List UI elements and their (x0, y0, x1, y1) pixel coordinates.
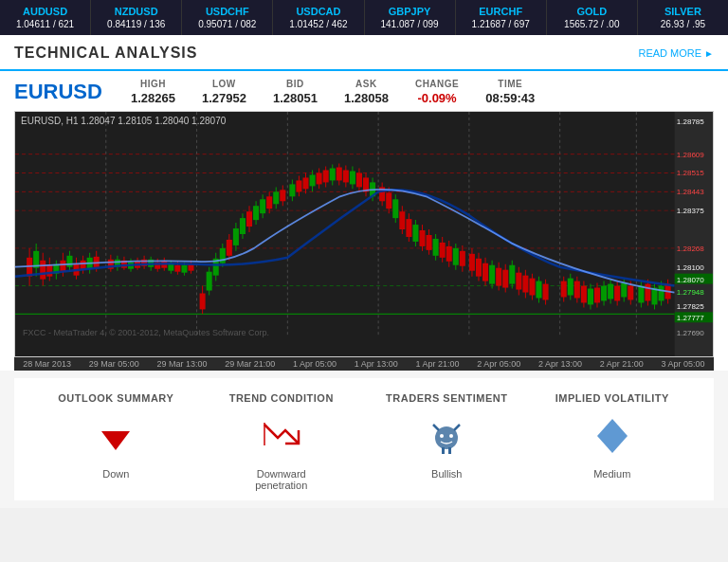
svg-rect-172 (581, 286, 587, 303)
stat-change: CHANGE -0.09% (415, 79, 459, 105)
svg-rect-126 (412, 225, 418, 242)
outlook-icon-trend-down-red (259, 413, 304, 459)
svg-rect-94 (302, 177, 308, 189)
outlook-value: Bullish (431, 468, 462, 480)
svg-rect-20 (40, 261, 46, 280)
svg-rect-58 (174, 265, 180, 272)
svg-text:1.28268: 1.28268 (677, 245, 705, 253)
svg-rect-88 (280, 190, 285, 201)
ticker-bar: AUDUSD1.04611 / 621NZDUSD0.84119 / 136US… (0, 0, 728, 35)
svg-rect-160 (529, 279, 535, 296)
svg-line-215 (433, 425, 439, 430)
svg-rect-184 (621, 283, 627, 298)
ta-title: TECHNICAL ANALYSIS (14, 45, 197, 62)
svg-text:1.28609: 1.28609 (677, 151, 705, 159)
outlook-label: TREND CONDITION (229, 392, 334, 404)
svg-rect-164 (543, 284, 549, 300)
time-axis-label: 2 Apr 21:00 (600, 359, 644, 369)
ticker-item-nzdusd[interactable]: NZDUSD0.84119 / 136 (91, 0, 182, 35)
read-more-arrow-icon: ► (704, 48, 714, 59)
svg-rect-152 (502, 270, 508, 288)
ask-label: ASK (344, 79, 389, 89)
svg-rect-110 (356, 173, 362, 188)
ticker-item-gbpjpy[interactable]: GBPJPY141.087 / 099 (365, 0, 456, 35)
outlook-label: TRADERS SENTIMENT (386, 392, 507, 404)
ticker-item-silver[interactable]: SILVER26.93 / .95 (638, 0, 728, 35)
outlook-value: Medium (593, 468, 630, 480)
svg-rect-156 (516, 273, 521, 290)
stat-low: LOW 1.27952 (202, 79, 246, 105)
svg-rect-162 (536, 281, 541, 299)
svg-rect-106 (343, 171, 349, 183)
svg-rect-148 (489, 265, 495, 284)
svg-rect-22 (46, 265, 52, 277)
ticker-item-audusd[interactable]: AUDUSD1.04611 / 621 (0, 0, 91, 35)
svg-rect-178 (601, 286, 607, 301)
time-axis-label: 29 Mar 05:00 (89, 359, 139, 369)
time-axis-label: 2 Apr 13:00 (538, 359, 582, 369)
stat-bid: BID 1.28051 (273, 79, 318, 105)
svg-rect-138 (453, 248, 459, 265)
chart-container: EURUSD, H1 1.28047 1.28105 1.28040 1.280… (14, 111, 714, 357)
svg-rect-122 (399, 211, 405, 229)
svg-rect-132 (433, 239, 439, 256)
bid-value: 1.28051 (273, 91, 318, 105)
time-axis-label: 29 Mar 13:00 (156, 359, 207, 369)
svg-text:1.28070: 1.28070 (677, 276, 705, 284)
svg-rect-182 (614, 286, 620, 301)
svg-rect-140 (460, 251, 465, 266)
svg-text:1.27825: 1.27825 (677, 302, 705, 311)
read-more-link[interactable]: READ MORE ► (638, 47, 714, 59)
svg-text:1.27948: 1.27948 (677, 289, 705, 298)
svg-text:1.28100: 1.28100 (677, 263, 705, 272)
outlook-value: Down (102, 468, 129, 480)
svg-rect-82 (260, 199, 265, 213)
price-chart: 1.28785 1.28609 1.28515 1.28443 1.28375 … (15, 112, 713, 356)
time-axis-label: 1 Apr 05:00 (293, 359, 337, 369)
svg-rect-120 (392, 199, 398, 218)
svg-rect-64 (200, 294, 206, 310)
high-value: 1.28265 (131, 91, 175, 105)
svg-rect-176 (594, 288, 600, 303)
time-axis-label: 1 Apr 21:00 (415, 359, 459, 369)
ta-header: TECHNICAL ANALYSIS READ MORE ► (0, 35, 728, 71)
read-more-text: READ MORE (638, 47, 701, 59)
time-axis-label: 29 Mar 21:00 (225, 359, 275, 369)
svg-text:1.27777: 1.27777 (677, 314, 705, 322)
svg-rect-186 (628, 286, 633, 300)
svg-text:1.27690: 1.27690 (677, 329, 705, 337)
svg-text:1.28443: 1.28443 (677, 188, 705, 196)
high-label: HIGH (131, 79, 175, 89)
outlook-item: TRADERS SENTIMENT Bullish (385, 392, 508, 491)
stat-ask: ASK 1.28058 (344, 79, 389, 105)
svg-marker-221 (597, 419, 628, 453)
svg-rect-158 (522, 276, 528, 293)
svg-rect-128 (419, 230, 425, 246)
outlook-value: Downwardpenetration (255, 468, 307, 491)
svg-text:1.28515: 1.28515 (677, 170, 705, 178)
svg-rect-166 (561, 281, 567, 298)
bid-label: BID (273, 79, 318, 89)
outlook-label: OUTLOOK SUMMARY (58, 392, 173, 404)
svg-rect-74 (233, 228, 239, 245)
svg-text:1.28785: 1.28785 (677, 118, 705, 126)
time-axis-label: 28 Mar 2013 (23, 359, 71, 369)
time-axis-label: 1 Apr 13:00 (355, 359, 398, 369)
svg-rect-168 (568, 279, 573, 296)
svg-rect-28 (66, 256, 72, 267)
svg-rect-150 (496, 268, 501, 286)
ticker-item-gold[interactable]: GOLD1565.72 / .00 (547, 0, 638, 35)
svg-rect-118 (386, 192, 391, 208)
ticker-item-usdchf[interactable]: USDCHF0.95071 / 082 (182, 0, 273, 35)
ticker-item-eurchf[interactable]: EURCHF1.21687 / 697 (456, 0, 547, 35)
time-label: TIME (485, 79, 535, 89)
ticker-item-usdcad[interactable]: USDCAD1.01452 / 462 (273, 0, 364, 35)
change-label: CHANGE (415, 79, 459, 89)
svg-rect-76 (240, 218, 246, 234)
svg-point-219 (440, 434, 444, 438)
svg-rect-217 (442, 447, 445, 454)
chart-watermark: FXCC - MetaTrader 4, © 2001-2012, MetaQu… (23, 328, 269, 337)
outlook-item: TREND CONDITION Downwardpenetration (220, 392, 343, 491)
outlook-icon-diamond-blue (590, 413, 635, 459)
pair-name[interactable]: EURUSD (14, 80, 102, 104)
